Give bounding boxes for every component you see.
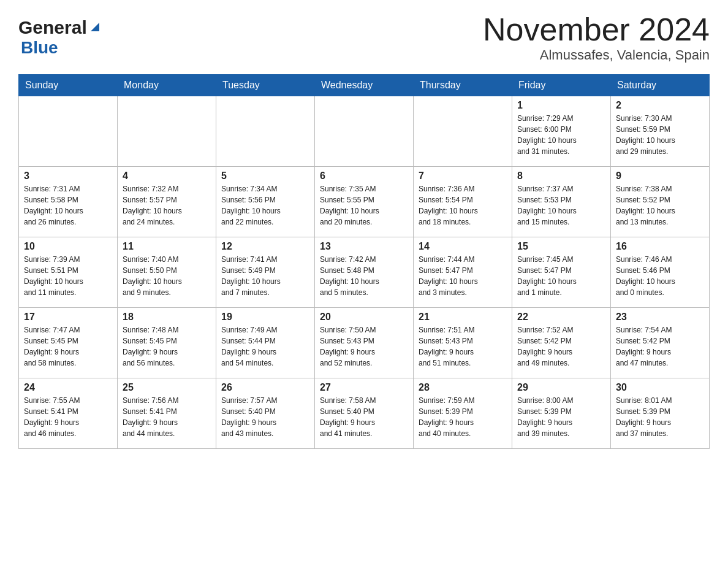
- calendar-cell: 27Sunrise: 7:58 AM Sunset: 5:40 PM Dayli…: [315, 378, 414, 449]
- day-number: 16: [616, 241, 704, 252]
- calendar-cell: [118, 96, 216, 167]
- day-info: Sunrise: 7:51 AM Sunset: 5:43 PM Dayligh…: [419, 324, 507, 369]
- day-info: Sunrise: 7:41 AM Sunset: 5:49 PM Dayligh…: [221, 254, 309, 298]
- day-info: Sunrise: 7:29 AM Sunset: 6:00 PM Dayligh…: [517, 113, 605, 157]
- calendar-title: November 2024: [483, 12, 710, 47]
- day-number: 11: [123, 241, 211, 252]
- day-info: Sunrise: 7:37 AM Sunset: 5:53 PM Dayligh…: [517, 183, 605, 228]
- calendar-cell: [216, 96, 315, 167]
- day-number: 10: [24, 241, 112, 252]
- calendar-cell: 22Sunrise: 7:52 AM Sunset: 5:42 PM Dayli…: [512, 308, 611, 378]
- day-number: 25: [123, 382, 211, 393]
- weekday-header-row: Sunday Monday Tuesday Wednesday Thursday…: [19, 75, 710, 96]
- day-number: 17: [24, 312, 112, 323]
- day-info: Sunrise: 7:52 AM Sunset: 5:42 PM Dayligh…: [517, 324, 605, 369]
- svg-marker-0: [91, 23, 99, 31]
- calendar-cell: 26Sunrise: 7:57 AM Sunset: 5:40 PM Dayli…: [216, 378, 315, 449]
- day-number: 12: [221, 241, 309, 252]
- day-number: 3: [24, 170, 112, 182]
- day-info: Sunrise: 7:42 AM Sunset: 5:48 PM Dayligh…: [320, 254, 408, 298]
- header-wednesday: Wednesday: [315, 75, 414, 96]
- day-info: Sunrise: 7:48 AM Sunset: 5:45 PM Dayligh…: [123, 324, 211, 369]
- day-info: Sunrise: 7:57 AM Sunset: 5:40 PM Dayligh…: [221, 395, 309, 439]
- day-info: Sunrise: 7:49 AM Sunset: 5:44 PM Dayligh…: [221, 324, 309, 369]
- day-number: 26: [221, 382, 309, 393]
- calendar-cell: 5Sunrise: 7:34 AM Sunset: 5:56 PM Daylig…: [216, 167, 315, 237]
- logo-general-text: General: [18, 17, 87, 38]
- day-info: Sunrise: 7:56 AM Sunset: 5:41 PM Dayligh…: [123, 395, 211, 439]
- week-row-5: 24Sunrise: 7:55 AM Sunset: 5:41 PM Dayli…: [19, 378, 710, 449]
- day-number: 13: [320, 241, 408, 252]
- calendar-cell: 29Sunrise: 8:00 AM Sunset: 5:39 PM Dayli…: [512, 378, 611, 449]
- day-info: Sunrise: 8:00 AM Sunset: 5:39 PM Dayligh…: [517, 395, 605, 439]
- logo-triangle-icon: [88, 20, 102, 34]
- day-info: Sunrise: 7:36 AM Sunset: 5:54 PM Dayligh…: [419, 183, 507, 228]
- calendar-cell: 15Sunrise: 7:45 AM Sunset: 5:47 PM Dayli…: [512, 237, 611, 308]
- day-info: Sunrise: 7:35 AM Sunset: 5:55 PM Dayligh…: [320, 183, 408, 228]
- day-number: 15: [517, 241, 605, 252]
- calendar-cell: 6Sunrise: 7:35 AM Sunset: 5:55 PM Daylig…: [315, 167, 414, 237]
- day-info: Sunrise: 7:54 AM Sunset: 5:42 PM Dayligh…: [616, 324, 704, 369]
- calendar-cell: 2Sunrise: 7:30 AM Sunset: 5:59 PM Daylig…: [611, 96, 710, 167]
- day-number: 6: [320, 170, 408, 182]
- calendar-cell: [414, 96, 512, 167]
- calendar-cell: 23Sunrise: 7:54 AM Sunset: 5:42 PM Dayli…: [611, 308, 710, 378]
- day-number: 4: [123, 170, 211, 182]
- calendar-cell: 28Sunrise: 7:59 AM Sunset: 5:39 PM Dayli…: [414, 378, 512, 449]
- day-number: 8: [517, 170, 605, 182]
- day-info: Sunrise: 7:47 AM Sunset: 5:45 PM Dayligh…: [24, 324, 112, 369]
- day-info: Sunrise: 7:40 AM Sunset: 5:50 PM Dayligh…: [123, 254, 211, 298]
- day-number: 23: [616, 312, 704, 323]
- day-number: 21: [419, 312, 507, 323]
- calendar-cell: 1Sunrise: 7:29 AM Sunset: 6:00 PM Daylig…: [512, 96, 611, 167]
- day-info: Sunrise: 7:44 AM Sunset: 5:47 PM Dayligh…: [419, 254, 507, 298]
- day-number: 5: [221, 170, 309, 182]
- calendar-cell: 21Sunrise: 7:51 AM Sunset: 5:43 PM Dayli…: [414, 308, 512, 378]
- week-row-2: 3Sunrise: 7:31 AM Sunset: 5:58 PM Daylig…: [19, 167, 710, 237]
- day-info: Sunrise: 7:39 AM Sunset: 5:51 PM Dayligh…: [24, 254, 112, 298]
- calendar-cell: 14Sunrise: 7:44 AM Sunset: 5:47 PM Dayli…: [414, 237, 512, 308]
- calendar-cell: 11Sunrise: 7:40 AM Sunset: 5:50 PM Dayli…: [118, 237, 216, 308]
- day-info: Sunrise: 7:38 AM Sunset: 5:52 PM Dayligh…: [616, 183, 704, 228]
- title-block: November 2024 Almussafes, Valencia, Spai…: [483, 12, 710, 63]
- day-info: Sunrise: 7:32 AM Sunset: 5:57 PM Dayligh…: [123, 183, 211, 228]
- calendar-cell: 3Sunrise: 7:31 AM Sunset: 5:58 PM Daylig…: [19, 167, 118, 237]
- day-number: 27: [320, 382, 408, 393]
- calendar-cell: 8Sunrise: 7:37 AM Sunset: 5:53 PM Daylig…: [512, 167, 611, 237]
- calendar-cell: 19Sunrise: 7:49 AM Sunset: 5:44 PM Dayli…: [216, 308, 315, 378]
- header-thursday: Thursday: [414, 75, 512, 96]
- day-number: 7: [419, 170, 507, 182]
- header-saturday: Saturday: [611, 75, 710, 96]
- week-row-1: 1Sunrise: 7:29 AM Sunset: 6:00 PM Daylig…: [19, 96, 710, 167]
- page-header: General Blue November 2024 Almussafes, V…: [18, 12, 710, 63]
- day-number: 24: [24, 382, 112, 393]
- header-tuesday: Tuesday: [216, 75, 315, 96]
- calendar-cell: 20Sunrise: 7:50 AM Sunset: 5:43 PM Dayli…: [315, 308, 414, 378]
- day-info: Sunrise: 7:30 AM Sunset: 5:59 PM Dayligh…: [616, 113, 704, 157]
- week-row-4: 17Sunrise: 7:47 AM Sunset: 5:45 PM Dayli…: [19, 308, 710, 378]
- calendar-cell: 13Sunrise: 7:42 AM Sunset: 5:48 PM Dayli…: [315, 237, 414, 308]
- calendar-cell: 10Sunrise: 7:39 AM Sunset: 5:51 PM Dayli…: [19, 237, 118, 308]
- header-monday: Monday: [118, 75, 216, 96]
- calendar-cell: 12Sunrise: 7:41 AM Sunset: 5:49 PM Dayli…: [216, 237, 315, 308]
- logo: General Blue: [18, 17, 102, 58]
- calendar-cell: 16Sunrise: 7:46 AM Sunset: 5:46 PM Dayli…: [611, 237, 710, 308]
- header-sunday: Sunday: [19, 75, 118, 96]
- day-number: 29: [517, 382, 605, 393]
- day-info: Sunrise: 7:31 AM Sunset: 5:58 PM Dayligh…: [24, 183, 112, 228]
- calendar-cell: 17Sunrise: 7:47 AM Sunset: 5:45 PM Dayli…: [19, 308, 118, 378]
- day-number: 30: [616, 382, 704, 393]
- calendar-cell: 25Sunrise: 7:56 AM Sunset: 5:41 PM Dayli…: [118, 378, 216, 449]
- calendar-cell: 4Sunrise: 7:32 AM Sunset: 5:57 PM Daylig…: [118, 167, 216, 237]
- day-number: 2: [616, 100, 704, 111]
- day-info: Sunrise: 7:34 AM Sunset: 5:56 PM Dayligh…: [221, 183, 309, 228]
- day-number: 1: [517, 100, 605, 111]
- day-info: Sunrise: 7:45 AM Sunset: 5:47 PM Dayligh…: [517, 254, 605, 298]
- calendar-table: Sunday Monday Tuesday Wednesday Thursday…: [18, 74, 710, 449]
- logo-blue-text: Blue: [21, 38, 58, 57]
- day-info: Sunrise: 8:01 AM Sunset: 5:39 PM Dayligh…: [616, 395, 704, 439]
- day-number: 9: [616, 170, 704, 182]
- day-info: Sunrise: 7:50 AM Sunset: 5:43 PM Dayligh…: [320, 324, 408, 369]
- header-friday: Friday: [512, 75, 611, 96]
- calendar-cell: 24Sunrise: 7:55 AM Sunset: 5:41 PM Dayli…: [19, 378, 118, 449]
